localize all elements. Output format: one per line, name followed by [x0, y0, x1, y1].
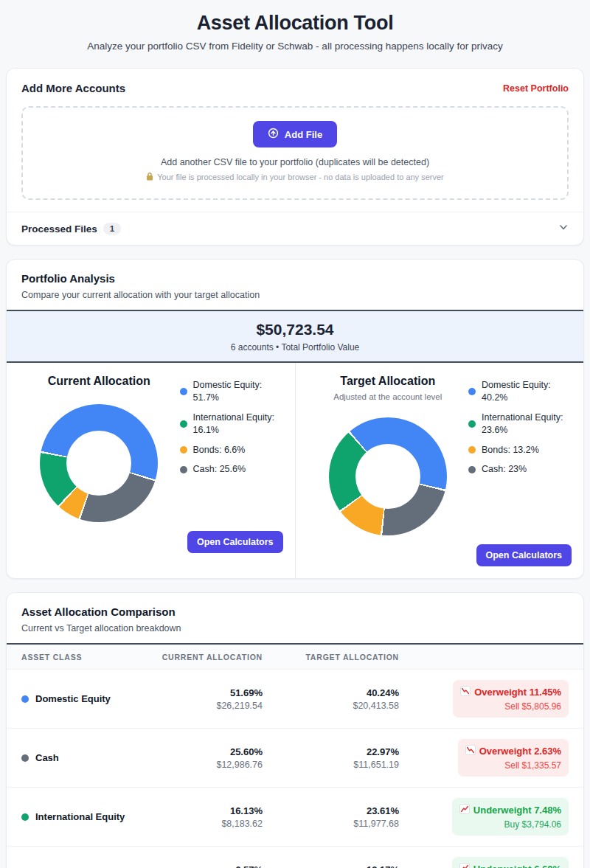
add-file-button[interactable]: Add File [253, 121, 337, 147]
column-header-target: TARGET ALLOCATION [263, 653, 399, 662]
chart-up-icon [459, 804, 470, 816]
privacy-note-text: Your file is processed locally in your b… [157, 173, 443, 181]
asset-dot [21, 695, 29, 703]
legend-dot [180, 466, 187, 473]
portfolio-analysis-title: Portfolio Analysis [21, 272, 569, 285]
asset-dot [21, 813, 29, 821]
legend-dot [468, 388, 476, 395]
legend-label: Domestic Equity: 40.2% [482, 379, 572, 404]
page-title: Asset Allocation Tool [15, 12, 575, 35]
chart-up-icon [459, 863, 470, 868]
table-row: Domestic Equity 51.69% $26,219.54 40.24%… [7, 669, 583, 728]
reset-portfolio-button[interactable]: Reset Portfolio [503, 83, 569, 94]
chart-down-icon [460, 686, 471, 698]
target-pct: 40.24% [263, 687, 399, 698]
target-pct: 13.17% [263, 864, 399, 868]
legend-label: Cash: 25.6% [193, 463, 246, 476]
legend-label: Domestic Equity: 51.7% [193, 379, 283, 404]
legend-label: International Equity: 23.6% [482, 412, 572, 437]
target-pct: 22.97% [263, 746, 399, 757]
legend-item: Cash: 23% [468, 463, 572, 476]
processed-files-count-badge: 1 [103, 223, 121, 235]
legend-item: Bonds: 6.6% [180, 444, 283, 456]
legend-dot [468, 446, 476, 454]
legend-label: Cash: 23% [482, 463, 527, 476]
current-allocation-donut [40, 404, 158, 522]
target-amount: $11,651.19 [263, 760, 399, 770]
current-amount: $12,986.76 [152, 760, 263, 770]
add-accounts-card: Add More Accounts Reset Portfolio Add Fi… [6, 68, 584, 246]
legend-label: Bonds: 13.2% [482, 444, 539, 456]
legend-item: Domestic Equity: 51.7% [180, 379, 283, 404]
file-dropzone[interactable]: Add File Add another CSV file to your po… [21, 106, 569, 200]
legend-item: Cash: 25.6% [180, 463, 283, 476]
legend-dot [468, 466, 476, 473]
portfolio-total-value: $50,723.54 [14, 321, 576, 338]
action-label: Sell $1,335.57 [465, 760, 561, 771]
portfolio-analysis-card: Portfolio Analysis Compare your current … [6, 259, 584, 579]
asset-name: Cash [35, 752, 59, 763]
legend-dot [180, 420, 187, 428]
upload-icon [268, 128, 279, 141]
add-file-label: Add File [285, 129, 322, 140]
asset-name: Domestic Equity [35, 693, 111, 704]
status-label: Overweight 2.63% [479, 746, 561, 757]
target-allocation-legend: Domestic Equity: 40.2% International Equ… [468, 375, 572, 535]
status-label: Underweight 7.48% [473, 805, 561, 816]
status-badge: Underweight 7.48% Buy $3,794.06 [452, 798, 569, 836]
current-pct: 25.60% [152, 746, 263, 757]
target-allocation-subtitle: Adjusted at the account level [308, 392, 469, 401]
comparison-card: Asset Allocation Comparison Current vs T… [6, 592, 584, 868]
status-badge: Overweight 11.45% Sell $5,805.96 [453, 680, 569, 718]
dropzone-caption: Add another CSV file to your portfolio (… [35, 157, 555, 167]
current-amount: $26,219.54 [152, 701, 263, 711]
current-allocation-title: Current Allocation [18, 375, 180, 388]
legend-item: International Equity: 23.6% [468, 412, 572, 437]
current-pct: 6.57% [152, 864, 263, 868]
portfolio-total-band: $50,723.54 6 accounts • Total Portfolio … [7, 310, 583, 363]
current-allocation-legend: Domestic Equity: 51.7% International Equ… [180, 375, 283, 522]
open-calculators-button[interactable]: Open Calculators [476, 544, 572, 566]
processed-files-label: Processed Files [21, 223, 97, 235]
target-amount: $11,977.68 [263, 819, 399, 829]
current-amount: $8,183.62 [152, 819, 263, 829]
portfolio-total-caption: 6 accounts • Total Portfolio Value [14, 342, 576, 353]
current-pct: 16.13% [152, 805, 263, 816]
page-header: Asset Allocation Tool Analyze your portf… [0, 0, 590, 68]
column-header-asset-class: ASSET CLASS [21, 653, 152, 662]
legend-item: International Equity: 16.1% [180, 412, 283, 437]
action-label: Sell $5,805.96 [460, 701, 561, 712]
asset-dot [21, 754, 29, 762]
privacy-note: Your file is processed locally in your b… [146, 172, 443, 182]
legend-item: Domestic Equity: 40.2% [468, 379, 572, 404]
current-allocation-panel: Current Allocation Domestic Equity: 51.7… [7, 363, 295, 578]
legend-label: Bonds: 6.6% [193, 444, 246, 456]
column-header-current: CURRENT ALLOCATION [152, 653, 263, 662]
legend-dot [180, 388, 187, 395]
comparison-subtitle: Current vs Target allocation breakdown [21, 623, 569, 633]
asset-name: International Equity [35, 811, 125, 822]
status-badge: Underweight 6.60% Buy $3,347.47 [452, 857, 569, 868]
target-allocation-title: Target Allocation [308, 375, 469, 388]
target-allocation-donut [329, 417, 447, 535]
add-accounts-title: Add More Accounts [21, 82, 125, 94]
target-allocation-panel: Target Allocation Adjusted at the accoun… [295, 363, 584, 578]
target-pct: 23.61% [263, 805, 399, 816]
legend-label: International Equity: 16.1% [193, 412, 283, 437]
table-row: International Equity 16.13% $8,183.62 23… [7, 787, 583, 846]
chart-down-icon [465, 745, 476, 757]
page-subtitle: Analyze your portfolio CSV from Fidelity… [15, 41, 575, 52]
portfolio-analysis-subtitle: Compare your current allocation with you… [21, 290, 569, 300]
status-badge: Overweight 2.63% Sell $1,335.57 [458, 739, 569, 777]
status-label: Overweight 11.45% [474, 687, 561, 698]
processed-files-toggle[interactable]: Processed Files 1 [7, 212, 583, 245]
current-pct: 51.69% [152, 687, 263, 698]
open-calculators-button[interactable]: Open Calculators [187, 531, 283, 553]
action-label: Buy $3,794.06 [459, 819, 561, 830]
chevron-down-icon[interactable] [558, 222, 569, 235]
lock-icon [146, 172, 153, 182]
legend-dot [180, 446, 187, 454]
legend-dot [468, 420, 476, 428]
table-header-row: ASSET CLASS CURRENT ALLOCATION TARGET AL… [7, 645, 583, 669]
table-row: Cash 25.60% $12,986.76 22.97% $11,651.19… [7, 728, 583, 787]
